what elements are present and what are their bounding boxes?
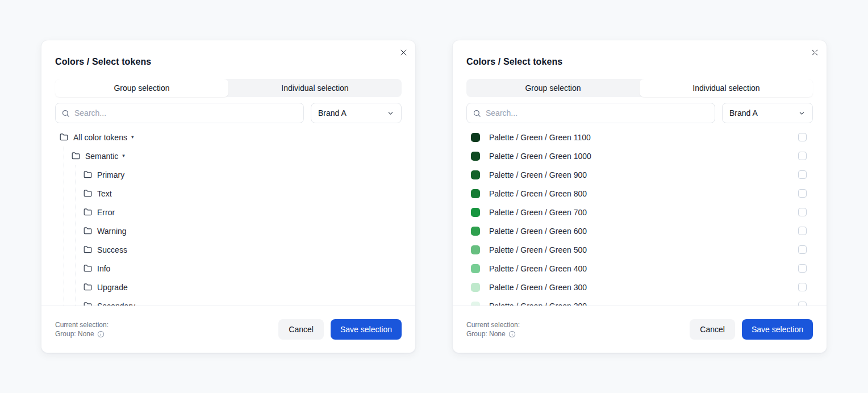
tree-item-label: Semantic [85,152,118,161]
info-icon [508,331,516,338]
token-checkbox[interactable] [798,245,807,254]
token-label: Palette / Green / Green 600 [489,227,587,236]
close-button[interactable] [808,46,821,58]
tree-item-info[interactable]: Info [55,259,402,278]
tree-item-label: Success [97,245,127,254]
brand-select-value: Brand A [318,108,347,118]
tree-item-semantic[interactable]: Semantic ▾ [55,147,402,165]
search-input[interactable] [74,108,298,118]
search-box[interactable] [55,103,304,123]
dialog-title: Colors / Select tokens [55,57,151,67]
tree-item-primary[interactable]: Primary [55,165,402,184]
token-checkbox[interactable] [798,170,807,179]
token-label: Palette / Green / Green 300 [489,283,587,292]
search-icon [473,109,481,118]
tree-item-success[interactable]: Success [55,240,402,259]
folder-icon [84,227,92,235]
tab-group-selection[interactable]: Group selection [466,79,640,97]
dialog-footer: Current selection: Group: None Cancel Sa… [41,306,415,353]
folder-icon [84,283,92,291]
close-icon [811,49,819,56]
token-checkbox[interactable] [798,227,807,235]
token-checkbox[interactable] [798,133,807,141]
search-input[interactable] [486,108,709,118]
token-row-green-1100[interactable]: Palette / Green / Green 1100 [466,128,813,147]
token-label: Palette / Green / Green 900 [489,170,587,179]
token-row-green-700[interactable]: Palette / Green / Green 700 [466,203,813,221]
current-selection-label: Current selection: [466,320,520,329]
close-button[interactable] [397,46,410,58]
brand-select[interactable]: Brand A [311,103,402,123]
tree-item-label: All color tokens [73,133,127,142]
token-row-green-600[interactable]: Palette / Green / Green 600 [466,221,813,240]
filter-controls: Brand A [466,103,813,123]
cancel-button[interactable]: Cancel [690,319,735,340]
token-checkbox[interactable] [798,264,807,273]
save-selection-button[interactable]: Save selection [742,319,813,340]
caret-down-icon: ▾ [122,153,125,158]
tab-individual-selection[interactable]: Individual selection [228,79,402,97]
token-tree: All color tokens ▾ Semantic ▾ Primary Te… [55,128,402,307]
tree-item-error[interactable]: Error [55,203,402,221]
tree-item-upgrade[interactable]: Upgrade [55,278,402,296]
token-list: Palette / Green / Green 1100 Palette / G… [466,128,813,307]
tree-item-warning[interactable]: Warning [55,221,402,240]
folder-icon [72,152,80,160]
tab-individual-selection[interactable]: Individual selection [640,79,813,97]
dialog-footer: Current selection: Group: None Cancel Sa… [453,306,827,353]
folder-icon [60,133,68,141]
folder-icon [84,170,92,179]
token-checkbox[interactable] [798,283,807,291]
footer-actions: Cancel Save selection [690,319,813,340]
token-label: Palette / Green / Green 1000 [489,152,591,161]
tree-item-text[interactable]: Text [55,184,402,203]
token-checkbox[interactable] [798,152,807,160]
tab-bar: Group selection Individual selection [55,79,402,97]
token-label: Palette / Green / Green 400 [489,264,587,273]
tree-item-label: Warning [97,227,127,236]
token-row-green-300[interactable]: Palette / Green / Green 300 [466,278,813,296]
cancel-button[interactable]: Cancel [278,319,324,340]
tree-item-label: Primary [97,170,124,179]
token-row-green-500[interactable]: Palette / Green / Green 500 [466,240,813,259]
group-selection-value: Group: None [55,329,94,338]
folder-icon [84,189,92,198]
filter-controls: Brand A [55,103,402,123]
folder-icon [84,208,92,216]
color-swatch [471,227,480,236]
current-selection-info: Current selection: Group: None [55,320,108,338]
tree-item-label: Text [97,189,112,198]
close-icon [400,49,407,56]
token-row-green-900[interactable]: Palette / Green / Green 900 [466,165,813,184]
token-checkbox[interactable] [798,189,807,198]
select-tokens-dialog-group: Colors / Select tokens Group selection I… [41,40,416,353]
brand-select[interactable]: Brand A [722,103,813,123]
select-tokens-dialog-individual: Colors / Select tokens Group selection I… [452,40,827,353]
chevron-down-icon [798,110,806,117]
token-row-green-1000[interactable]: Palette / Green / Green 1000 [466,147,813,165]
token-label: Palette / Green / Green 700 [489,208,587,217]
save-selection-button[interactable]: Save selection [331,319,402,340]
token-row-green-800[interactable]: Palette / Green / Green 800 [466,184,813,203]
token-checkbox[interactable] [798,208,807,216]
folder-icon [84,264,92,273]
tree-item-all-color-tokens[interactable]: All color tokens ▾ [55,128,402,147]
token-row-green-400[interactable]: Palette / Green / Green 400 [466,259,813,278]
color-swatch [471,208,480,217]
footer-actions: Cancel Save selection [278,319,402,340]
search-icon [61,109,70,118]
token-label: Palette / Green / Green 500 [489,245,587,254]
group-selection-value: Group: None [466,329,506,338]
tree-item-label: Info [97,264,110,273]
color-swatch [471,152,480,161]
tab-group-selection[interactable]: Group selection [55,79,228,97]
folder-icon [84,245,92,254]
color-swatch [471,170,480,179]
tab-bar: Group selection Individual selection [466,79,813,97]
color-swatch [471,133,480,142]
search-box[interactable] [466,103,715,123]
dialog-title: Colors / Select tokens [466,57,562,67]
current-selection-info: Current selection: Group: None [466,320,520,338]
token-label: Palette / Green / Green 1100 [489,133,591,142]
brand-select-value: Brand A [729,108,758,118]
